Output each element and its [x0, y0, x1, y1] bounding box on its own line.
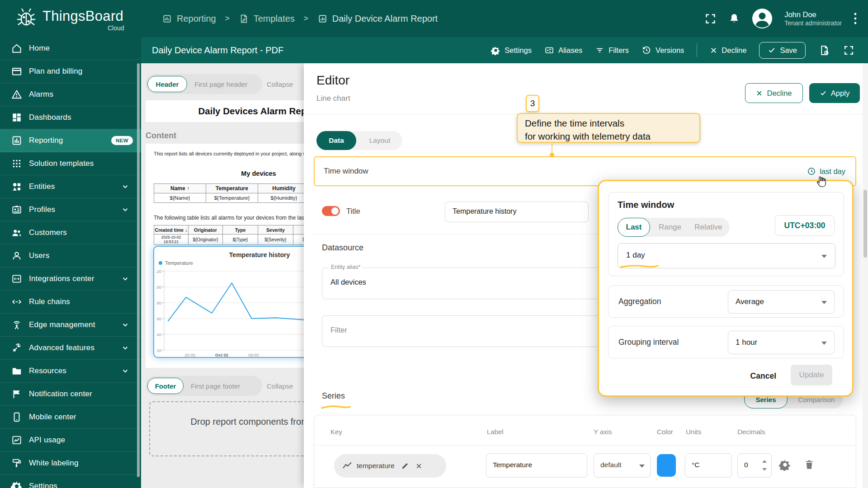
user-info[interactable]: John Doe Tenant administrator — [784, 10, 842, 27]
scrollbar-thumb[interactable] — [863, 190, 867, 258]
settings-button[interactable]: Settings — [491, 46, 532, 55]
update-button[interactable]: Update — [791, 365, 832, 385]
remove-key-icon[interactable] — [415, 463, 422, 469]
popup-title: Time window — [618, 200, 844, 210]
sidebar-item-dashboards[interactable]: Dashboards — [0, 106, 141, 129]
sidebar-item-advanced-features[interactable]: Advanced features — [0, 337, 141, 360]
alarms-intro-text: The following table lists all alarms for… — [154, 215, 304, 221]
chevron-down-icon — [121, 206, 129, 214]
line-chart-widget[interactable]: Temperature history Temperature 12010080… — [153, 246, 304, 358]
series-color-swatch[interactable] — [657, 454, 676, 477]
sidebar-item-plan-and-billing[interactable]: Plan and billing — [0, 60, 141, 83]
fullscreen-icon[interactable] — [843, 45, 854, 56]
chevron-down-icon — [121, 367, 129, 375]
tab-first-page-header[interactable]: First page header — [194, 76, 248, 92]
time-window-value-button[interactable]: last day — [807, 167, 845, 176]
close-icon — [756, 90, 763, 97]
decline-button[interactable]: Decline — [710, 46, 746, 55]
sidebar-item-integrations-center[interactable]: Integrations center — [0, 267, 141, 291]
fullscreen-icon[interactable] — [704, 13, 717, 25]
sidebar-item-white-labeling[interactable]: White labeling — [0, 452, 141, 475]
report-dropzone[interactable]: Drop report components from here — [149, 401, 304, 456]
sidebar-item-settings[interactable]: Settings — [0, 475, 141, 488]
series-key-chip[interactable]: temperature — [334, 454, 446, 478]
sidebar-item-alarms[interactable]: Alarms — [0, 83, 141, 106]
clock-icon — [807, 167, 816, 176]
chart-legend[interactable]: Temperature — [159, 260, 193, 266]
col-y-axis: Y axis — [594, 428, 612, 436]
report-header-block[interactable]: Daily Devices Alarm Report — [146, 100, 304, 122]
units-input[interactable]: °C — [685, 453, 732, 478]
sidebar-item-notification-center[interactable]: Notification center — [0, 383, 141, 406]
timezone-button[interactable]: UTC+03:00 — [775, 215, 835, 236]
aliases-button[interactable]: Aliases — [544, 45, 582, 55]
user-role: Tenant administrator — [784, 19, 842, 28]
close-icon — [710, 47, 717, 54]
thingsboard-logo-icon[interactable] — [14, 6, 39, 31]
header-collapse-button[interactable]: Collapse — [267, 76, 293, 92]
sidebar-scrollbar[interactable] — [137, 63, 140, 477]
interval-select[interactable]: 1 day — [618, 243, 835, 268]
series-label-input[interactable]: Temperature — [486, 453, 587, 478]
table-row: ${Name} ${Temperature} ${Humidity} — [154, 193, 304, 203]
y-axis-select[interactable]: default — [594, 453, 651, 478]
tab-relative[interactable]: Relative — [688, 218, 729, 237]
stepper-up-icon[interactable] — [762, 460, 767, 463]
breadcrumb-templates[interactable]: Templates — [239, 14, 295, 24]
filters-button[interactable]: Filters — [595, 46, 629, 55]
svg-text:120: 120 — [156, 269, 161, 274]
breadcrumb-reporting[interactable]: Reporting — [162, 14, 216, 24]
chevron-down-icon — [121, 321, 129, 329]
sidebar-item-label: Alarms — [29, 90, 53, 99]
sidebar-item-rule-chains[interactable]: Rule chains — [0, 291, 141, 314]
history-clock-icon — [642, 45, 651, 55]
edit-pencil-icon[interactable] — [401, 462, 409, 470]
footer-collapse-button[interactable]: Collapse — [267, 378, 293, 394]
series-settings-gear-icon[interactable] — [779, 459, 791, 471]
sidebar-item-customers[interactable]: Customers — [0, 221, 141, 244]
menu-kebab-icon[interactable] — [854, 12, 857, 25]
sidebar-item-home[interactable]: Home — [0, 37, 141, 60]
delete-trash-icon[interactable] — [803, 459, 815, 470]
sidebar-item-label: Solution templates — [29, 159, 94, 168]
sidebar-item-reporting[interactable]: ReportingNEW — [0, 129, 141, 152]
grouping-interval-select[interactable]: 1 hour — [728, 331, 835, 354]
tab-last[interactable]: Last — [618, 218, 650, 237]
editor-decline-button[interactable]: Decline — [745, 83, 803, 103]
sidebar-item-api-usage[interactable]: API usage — [0, 429, 141, 452]
api-usage-icon — [11, 434, 23, 446]
editor-apply-button[interactable]: Apply — [809, 83, 860, 103]
scrollbar-track[interactable] — [863, 63, 868, 488]
tab-first-page-footer[interactable]: First page footer — [191, 378, 240, 394]
svg-text:40: 40 — [156, 332, 161, 337]
sidebar-item-resources[interactable]: Resources — [0, 360, 141, 383]
title-input[interactable]: Temperature history — [445, 202, 589, 222]
sidebar-item-label: Resources — [29, 366, 66, 375]
tab-header[interactable]: Header — [147, 76, 187, 92]
tab-data[interactable]: Data — [316, 131, 356, 150]
stepper-down-icon[interactable] — [762, 468, 767, 471]
cancel-button[interactable]: Cancel — [750, 371, 776, 381]
sidebar-item-profiles[interactable]: Profiles — [0, 198, 141, 221]
sidebar-item-entities[interactable]: Entities — [0, 175, 141, 198]
sidebar-item-edge-management[interactable]: Edge management — [0, 314, 141, 337]
rule-chains-icon — [11, 296, 23, 308]
aggregation-select[interactable]: Average — [728, 290, 835, 314]
generate-report-icon[interactable] — [818, 44, 830, 56]
report-content-block[interactable]: This report lists all devices currently … — [146, 144, 304, 368]
tab-range[interactable]: Range — [655, 218, 685, 237]
title-toggle[interactable] — [322, 206, 340, 216]
save-button[interactable]: Save — [759, 42, 806, 59]
avatar[interactable] — [752, 8, 773, 29]
new-badge: NEW — [111, 136, 133, 145]
tab-layout[interactable]: Layout — [360, 131, 400, 150]
sidebar-item-solution-templates[interactable]: Solution templates — [0, 152, 141, 175]
notifications-bell-icon[interactable] — [728, 13, 740, 24]
tab-footer[interactable]: Footer — [147, 378, 184, 394]
versions-button[interactable]: Versions — [642, 45, 684, 55]
entity-alias-label: Entity alias* — [329, 264, 363, 270]
decimals-stepper[interactable]: 0 — [737, 453, 772, 478]
breadcrumb-current[interactable]: Daily Device Alarm Report — [317, 14, 438, 24]
sidebar-item-mobile-center[interactable]: Mobile center — [0, 406, 141, 429]
sidebar-item-users[interactable]: Users — [0, 244, 141, 267]
